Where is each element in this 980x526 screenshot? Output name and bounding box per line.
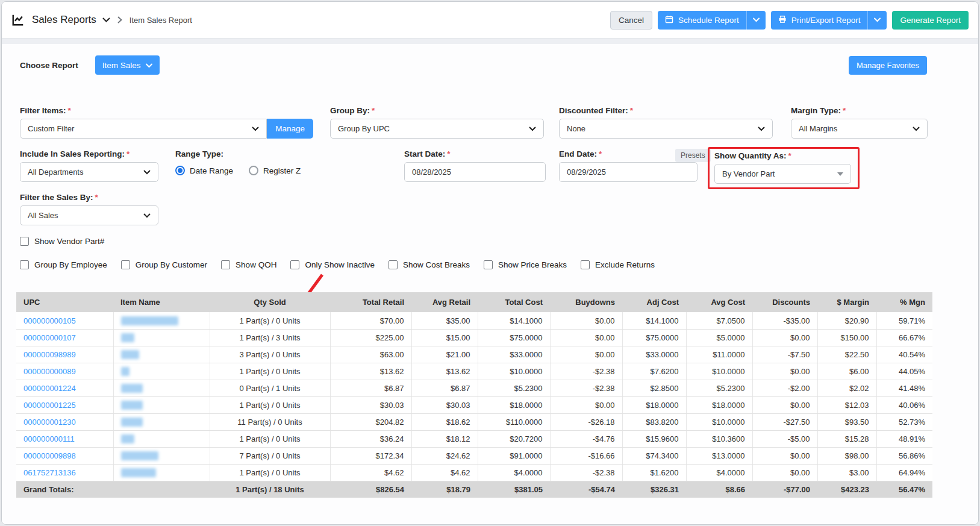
option-checkbox[interactable]: Group By Employee (20, 260, 107, 269)
group-by-select[interactable]: Group By UPC (330, 119, 544, 139)
column-header: Qty Sold (210, 292, 330, 312)
discounted-filter-select[interactable]: None (559, 119, 773, 139)
end-date-label: End Date: (559, 149, 597, 158)
column-header: UPC (16, 292, 113, 312)
option-checkbox[interactable]: Group By Customer (121, 260, 207, 269)
grand-totals-cell: 56.47% (876, 481, 932, 498)
triangle-down-icon (837, 172, 843, 176)
option-checkbox[interactable]: Show Price Breaks (484, 260, 567, 269)
value-cell: $7.6200 (622, 363, 686, 380)
option-checkbox[interactable]: Show Cost Breaks (389, 260, 470, 269)
presets-button[interactable]: Presets (675, 149, 711, 162)
upc-link[interactable]: 000000001230 (23, 418, 76, 427)
checkbox-unchecked-icon (484, 260, 493, 269)
upc-link[interactable]: 000000098989 (23, 350, 76, 359)
date-range-radio[interactable]: Date Range (175, 166, 233, 175)
value-cell: $0.00 (550, 396, 622, 413)
include-in-sales-select[interactable]: All Departments (20, 162, 158, 182)
value-cell: $0.00 (752, 329, 817, 346)
schedule-report-caret[interactable] (746, 11, 766, 30)
filter-sales-by-select[interactable]: All Sales (20, 205, 158, 225)
value-cell: $18.0000 (622, 396, 686, 413)
value-cell: $4.0000 (686, 464, 752, 481)
value-cell: $63.00 (330, 346, 411, 363)
upc-link[interactable]: 000000000089 (23, 367, 76, 376)
value-cell: -$35.00 (752, 312, 817, 329)
show-quantity-as-label: Show Quantity As: (714, 151, 787, 160)
value-cell: $5.0000 (686, 329, 752, 346)
upc-link[interactable]: 000000001224 (23, 384, 76, 393)
value-cell: $30.03 (411, 396, 478, 413)
cancel-button[interactable]: Cancel (610, 11, 652, 30)
schedule-report-button[interactable]: Schedule Report (658, 11, 766, 30)
value-cell: $225.00 (330, 329, 411, 346)
filter-sales-by-label: Filter the Sales By: (20, 193, 93, 202)
option-checkbox[interactable]: Only Show Inactive (290, 260, 375, 269)
value-cell: $4.62 (411, 464, 478, 481)
value-cell: 56.86% (876, 447, 932, 464)
value-cell: -$27.50 (752, 413, 817, 430)
qty-sold-cell: 1 Part(s) / 0 Units (210, 396, 330, 413)
value-cell: $10.0000 (686, 363, 752, 380)
value-cell: $70.00 (330, 312, 411, 329)
value-cell: $15.00 (411, 329, 478, 346)
value-cell: 48.91% (876, 430, 932, 447)
column-header: Buydowns (550, 292, 622, 312)
report-type-dropdown[interactable]: Item Sales (95, 55, 160, 75)
content-panel: Choose Report Item Sales Manage Favorite… (2, 44, 978, 525)
qty-sold-cell: 3 Part(s) / 0 Units (210, 346, 330, 363)
filter-items-select[interactable]: Custom Filter (20, 119, 267, 139)
value-cell: $35.00 (411, 312, 478, 329)
value-cell: $13.0000 (686, 447, 752, 464)
margin-type-select[interactable]: All Margins (791, 119, 928, 139)
upc-link[interactable]: 000000000111 (23, 434, 75, 443)
start-date-group: Start Date:* 08/28/2025 (404, 149, 546, 182)
show-quantity-as-select[interactable]: By Vendor Part (714, 164, 851, 184)
upc-link[interactable]: 000000000105 (23, 316, 76, 325)
manage-favorites-button[interactable]: Manage Favorites (849, 56, 927, 75)
option-checkbox[interactable]: Show QOH (221, 260, 276, 269)
grand-totals-cell: -$77.00 (752, 481, 817, 498)
grand-totals-cell: $381.05 (478, 481, 550, 498)
checkbox-unchecked-icon (221, 260, 230, 269)
register-z-radio[interactable]: Register Z (249, 166, 301, 175)
value-cell: $18.12 (411, 430, 478, 447)
show-vendor-part-checkbox[interactable]: Show Vendor Part# (20, 237, 104, 246)
value-cell: $0.00 (752, 363, 817, 380)
upc-link[interactable]: 000000009898 (23, 451, 76, 460)
radio-unselected-icon (249, 166, 258, 175)
value-cell: $30.03 (330, 396, 411, 413)
value-cell: $7.0500 (686, 312, 752, 329)
range-type-group: Range Type: Date Range Register Z (175, 149, 301, 175)
filter-sales-by-group: Filter the Sales By:* All Sales (20, 193, 158, 225)
value-cell: 59.71% (876, 312, 932, 329)
column-header: $ Margin (817, 292, 876, 312)
column-header: Avg Cost (686, 292, 752, 312)
choose-report-label: Choose Report (20, 61, 78, 70)
include-in-sales-group: Include In Sales Reporting:* All Departm… (20, 149, 158, 182)
radio-selected-icon (175, 166, 185, 175)
value-cell: $10.3600 (686, 430, 752, 447)
qty-sold-cell: 1 Part(s) / 3 Units (210, 329, 330, 346)
end-date-input[interactable]: 08/29/2025 (559, 162, 698, 182)
choose-report-row: Choose Report Item Sales Manage Favorite… (2, 44, 978, 75)
chevron-down-icon (146, 61, 152, 70)
option-checkbox[interactable]: Exclude Returns (581, 260, 655, 269)
value-cell: $6.87 (411, 380, 478, 396)
value-cell: -$4.76 (550, 430, 622, 447)
checkbox-unchecked-icon (290, 260, 299, 269)
value-cell: 44.05% (876, 363, 932, 380)
upc-link[interactable]: 000000000107 (23, 333, 76, 342)
print-export-report-button[interactable]: Print/Export Report (771, 11, 887, 30)
print-export-caret[interactable] (867, 11, 887, 30)
value-cell: -$2.38 (550, 363, 622, 380)
value-cell: $10.0000 (686, 413, 752, 430)
manage-filter-button[interactable]: Manage (267, 119, 313, 139)
checkbox-unchecked-icon (20, 237, 29, 246)
upc-link[interactable]: 000000001225 (23, 401, 76, 410)
upc-link[interactable]: 061752713136 (23, 468, 76, 477)
generate-report-button[interactable]: Generate Report (892, 11, 969, 30)
value-cell: $0.00 (752, 447, 817, 464)
start-date-input[interactable]: 08/28/2025 (404, 162, 546, 182)
chevron-down-icon[interactable] (102, 17, 110, 23)
